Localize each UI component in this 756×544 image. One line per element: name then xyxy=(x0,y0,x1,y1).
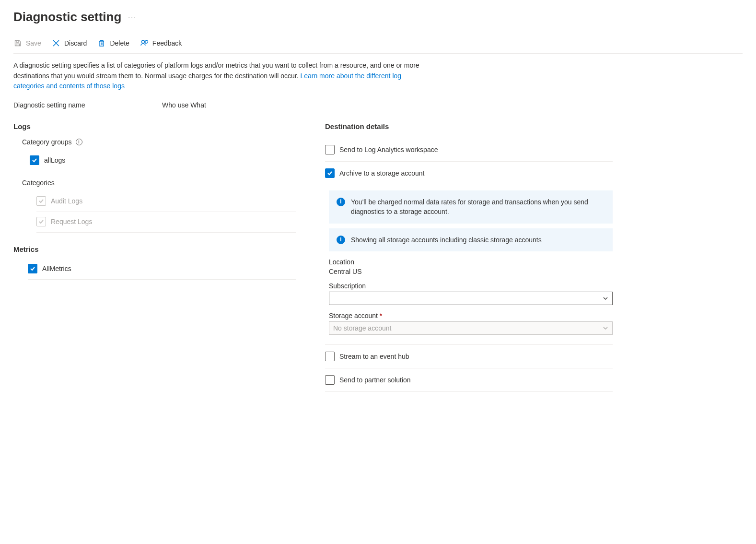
trash-icon xyxy=(97,39,106,47)
feedback-icon xyxy=(140,39,149,47)
request-logs-row: Request Logs xyxy=(36,212,296,233)
subscription-label: Subscription xyxy=(329,282,613,290)
alllogs-checkbox[interactable] xyxy=(30,155,39,165)
description-text: A diagnostic setting specifies a list of… xyxy=(13,60,423,92)
partner-label: Send to partner solution xyxy=(339,376,411,384)
audit-logs-label: Audit Logs xyxy=(51,197,82,205)
log-analytics-checkbox[interactable] xyxy=(325,145,335,154)
storage-label: Archive to a storage account xyxy=(339,169,424,177)
request-logs-label: Request Logs xyxy=(51,218,92,225)
event-hub-row: Stream to an event hub xyxy=(325,345,613,368)
chevron-down-icon xyxy=(603,325,608,331)
storage-account-value: No storage account xyxy=(333,324,391,332)
info-icon: i xyxy=(337,198,345,206)
more-icon[interactable]: ··· xyxy=(128,13,137,21)
location-label: Location xyxy=(329,258,613,266)
diagnostic-name-row: Diagnostic setting name Who use What xyxy=(13,101,743,109)
logs-heading: Logs xyxy=(13,122,296,130)
discard-button[interactable]: Discard xyxy=(52,38,87,48)
chevron-down-icon xyxy=(603,296,608,301)
diagnostic-name-value: Who use What xyxy=(162,101,206,109)
alllogs-row: allLogs xyxy=(30,151,296,171)
metrics-heading: Metrics xyxy=(13,245,296,253)
storage-account-field: Storage account * No storage account xyxy=(329,312,613,335)
allmetrics-checkbox[interactable] xyxy=(28,264,37,273)
page-header: Diagnostic setting ··· xyxy=(13,10,743,24)
category-groups-label: Category groups i xyxy=(22,138,296,146)
page-title: Diagnostic setting xyxy=(13,10,121,24)
log-analytics-label: Send to Log Analytics workspace xyxy=(339,146,438,154)
save-icon xyxy=(13,39,22,47)
storage-info-accounts: i Showing all storage accounts including… xyxy=(329,228,613,251)
allmetrics-row: AllMetrics xyxy=(28,260,296,280)
allmetrics-label: AllMetrics xyxy=(42,265,71,272)
discard-label: Discard xyxy=(64,39,87,47)
close-icon xyxy=(52,39,60,47)
diagnostic-name-label: Diagnostic setting name xyxy=(13,101,162,109)
request-logs-checkbox xyxy=(36,217,46,226)
log-analytics-row: Send to Log Analytics workspace xyxy=(325,138,613,162)
audit-logs-row: Audit Logs xyxy=(36,191,296,212)
destination-heading: Destination details xyxy=(325,122,613,130)
subscription-field: Subscription xyxy=(329,282,613,305)
storage-account-select: No storage account xyxy=(329,321,613,335)
save-label: Save xyxy=(26,39,41,47)
delete-button[interactable]: Delete xyxy=(97,38,129,48)
storage-info-charges: i You'll be charged normal data rates fo… xyxy=(329,190,613,224)
categories-label: Categories xyxy=(22,179,296,187)
feedback-label: Feedback xyxy=(152,39,182,47)
partner-row: Send to partner solution xyxy=(325,368,613,392)
delete-label: Delete xyxy=(110,39,129,47)
subscription-select[interactable] xyxy=(329,292,613,305)
location-value: Central US xyxy=(329,268,613,275)
audit-logs-checkbox xyxy=(36,196,46,206)
event-hub-checkbox[interactable] xyxy=(325,352,335,361)
info-icon[interactable]: i xyxy=(76,139,82,145)
event-hub-label: Stream to an event hub xyxy=(339,353,409,360)
alllogs-label: allLogs xyxy=(44,156,65,164)
save-button: Save xyxy=(13,38,41,48)
info-icon: i xyxy=(337,236,345,244)
feedback-button[interactable]: Feedback xyxy=(140,38,182,48)
partner-checkbox[interactable] xyxy=(325,375,335,385)
toolbar: Save Discard Delete Feedback xyxy=(13,34,743,54)
location-field: Location Central US xyxy=(329,258,613,275)
storage-row: Archive to a storage account i You'll be… xyxy=(325,162,613,345)
storage-account-label: Storage account * xyxy=(329,312,613,319)
storage-checkbox[interactable] xyxy=(325,168,335,178)
svg-point-0 xyxy=(141,40,144,43)
